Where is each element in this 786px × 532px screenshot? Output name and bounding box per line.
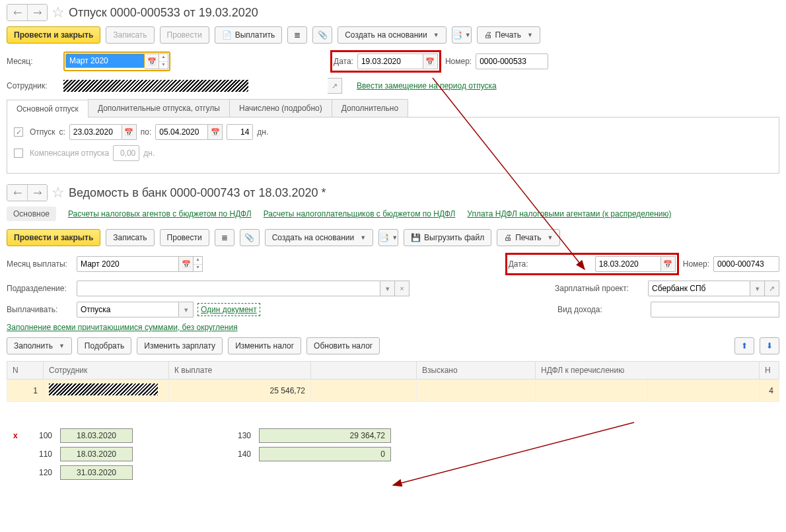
nav-back-button[interactable]: 🡐 [7,185,27,201]
step-up[interactable]: ▲ [159,54,168,62]
change-tax-button[interactable]: Изменить налог [228,337,301,354]
pay-what-input[interactable] [77,302,179,317]
write-button[interactable]: Записать [106,26,154,44]
nav-forward-button[interactable]: 🡒 [27,185,47,201]
cell-payout[interactable]: 25 546,72 [169,380,311,402]
attachment-button[interactable]: 📎 [240,229,260,246]
fill-button[interactable]: Заполнить ▼ [7,337,72,354]
post-and-close-button[interactable]: Провести и закрыть [7,26,100,44]
vacation-from-input[interactable] [69,124,122,140]
chevron-down-icon: ▼ [527,32,533,38]
print-button[interactable]: 🖨 Печать ▼ [497,229,560,246]
calendar-icon[interactable]: 📅 [661,256,676,272]
list-icon-button[interactable]: ≣ [287,26,307,44]
calendar-icon[interactable]: 📅 [208,124,223,140]
chevron-down-icon[interactable]: ▾ [380,281,395,296]
unload-file-button[interactable]: 💾 Выгрузить файл [404,229,491,246]
nav-forward-button[interactable]: 🡒 [27,5,47,20]
cell-ndfl2[interactable] [647,380,760,402]
report-code-100: 100 [29,431,52,440]
nav-link-ndfl-payment[interactable]: Уплата НДФЛ налоговыми агентами (к распр… [467,209,671,218]
favorite-star-icon[interactable]: ☆ [52,4,65,21]
proj-label: Зарплатный проект: [555,284,644,293]
cell-trailing[interactable]: 4 [760,380,779,402]
income-type-input[interactable] [651,302,779,317]
number-label: Номер: [683,259,709,269]
substitution-link[interactable]: Ввести замещение на период отпуска [357,81,497,90]
nav-link-taxpayers[interactable]: Расчеты налогоплательщиков с бюджетом по… [264,209,456,218]
cell-blank[interactable] [311,380,417,402]
update-tax-button[interactable]: Обновить налог [306,337,380,354]
report-val-120: 31.03.2020 [60,465,133,480]
month-label: Месяц: [7,57,59,66]
change-salary-button[interactable]: Изменить зарплату [137,337,223,354]
favorite-star-icon[interactable]: ☆ [52,184,65,201]
date-label: Дата: [509,259,591,269]
dept-label: Подразделение: [7,284,73,293]
pay-button[interactable]: 📄 Выплатить [215,26,283,44]
pick-button[interactable]: Подобрать [77,337,131,354]
cell-employee[interactable] [44,380,169,402]
tab-additional[interactable]: Дополнительные отпуска, отгулы [88,99,230,117]
copy-icon-button[interactable]: 📑▼ [378,229,398,246]
one-document-link[interactable]: Один документ [197,303,260,316]
calendar-icon[interactable]: 📅 [423,53,438,69]
calendar-icon[interactable]: 📅 [122,124,137,140]
print-button[interactable]: 🖨 Печать ▼ [477,26,540,44]
list-icon-button[interactable]: ≣ [215,229,234,246]
tab-accrued[interactable]: Начислено (подробно) [229,99,332,117]
cell-n[interactable]: 1 [7,380,44,402]
number-input[interactable] [713,256,779,272]
attachment-button[interactable]: 📎 [312,26,332,44]
proj-input[interactable] [648,281,750,296]
open-icon[interactable]: ↗ [328,78,342,94]
post-button[interactable]: Провести [160,26,209,44]
date-input[interactable] [357,53,423,69]
col-employee: Сотрудник [44,362,169,380]
chevron-down-icon[interactable]: ▾ [750,281,765,296]
report-val-100: 18.03.2020 [60,428,133,443]
document-title: Ведомость в банк 0000-000743 от 18.03.20… [69,186,326,200]
vacation-to-input[interactable] [155,124,208,140]
nav-back-button[interactable]: 🡐 [7,5,27,20]
col-ndfl: НДФЛ к перечислению [536,362,760,380]
clear-icon[interactable]: × [395,281,410,296]
chevron-down-icon[interactable]: ▾ [179,302,194,317]
copy-icon-button[interactable]: 📑▼ [452,26,472,44]
calendar-icon[interactable]: 📅 [145,53,159,69]
calendar-icon[interactable]: 📅 [179,256,194,272]
col-n2: Н [760,362,779,380]
create-based-button[interactable]: Создать на основании ▼ [338,26,446,44]
write-button[interactable]: Записать [106,229,154,246]
pay-month-input[interactable] [77,256,179,272]
days-input[interactable] [227,124,253,140]
step-down[interactable]: ▼ [159,62,168,69]
comp-days-input[interactable] [113,145,139,161]
post-button[interactable]: Провести [160,229,209,246]
post-and-close-button[interactable]: Провести и закрыть [7,229,100,246]
open-icon[interactable]: ↗ [765,281,779,296]
tab-main-vacation[interactable]: Основной отпуск [7,100,89,117]
step-up[interactable]: ▲ [194,257,202,265]
move-down-button[interactable]: ⬇ [760,337,779,354]
dept-input[interactable] [77,281,380,296]
report-code-120: 120 [29,468,52,477]
chevron-down-icon: ▼ [59,343,65,349]
chevron-down-icon: ▼ [433,32,439,38]
compensation-checkbox[interactable] [14,149,23,158]
number-input[interactable] [476,53,548,69]
report-code-140: 140 [228,449,251,459]
fill-all-link[interactable]: Заполнение всеми причитающимися суммами,… [7,323,238,332]
create-based-button[interactable]: Создать на основании ▼ [265,229,373,246]
nav-main-button[interactable]: Основное [7,207,56,221]
vacation-checkbox[interactable]: ✓ [14,127,23,137]
col-payout: К выплате [169,362,311,380]
date-input[interactable] [595,256,661,272]
move-up-button[interactable]: ⬆ [734,337,754,354]
tab-extra[interactable]: Дополнительно [332,99,408,117]
month-input[interactable] [65,53,145,68]
cell-ndfl[interactable] [536,380,648,402]
nav-link-agents[interactable]: Расчеты налоговых агентов с бюджетом по … [68,209,252,218]
step-down[interactable]: ▼ [194,265,202,272]
cell-withheld[interactable] [417,380,536,402]
